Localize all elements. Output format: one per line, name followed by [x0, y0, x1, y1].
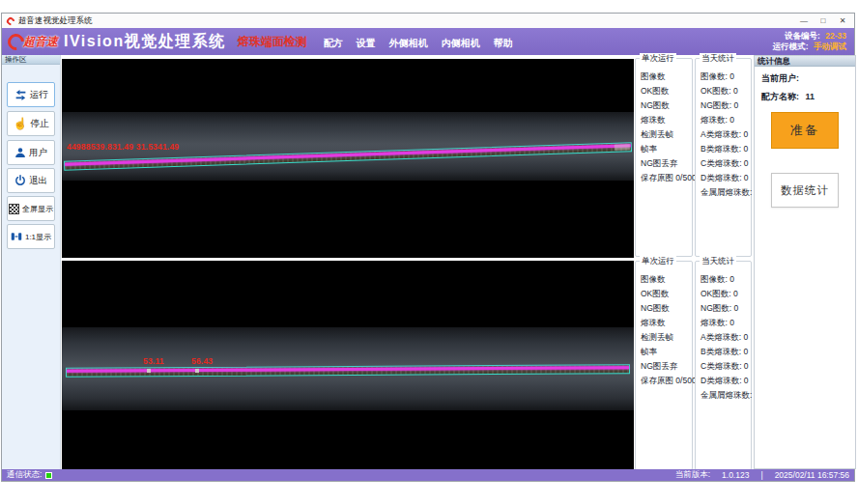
stat-row: OK图数: 0: [701, 84, 751, 98]
header-bar: 超音速 IVision视觉处理系统 熔珠端面检测 配方 设置 外侧相机 内侧相机…: [2, 28, 854, 55]
run-button-label: 运行: [30, 89, 48, 101]
groupbox-title: 当天统计: [700, 53, 736, 65]
stat-row: 熔珠数: [641, 113, 692, 127]
inspection-subtitle: 熔珠端面检测: [238, 34, 307, 50]
exit-button-label: 退出: [29, 175, 47, 187]
device-id-value: 22-33: [825, 31, 846, 41]
stat-row: NG图丢弃: [641, 359, 692, 374]
stat-row: 保存原图 0/500: [641, 374, 692, 388]
fullscreen-grid-icon: [9, 204, 19, 214]
stat-row: NG图数: [641, 98, 692, 113]
minimize-button[interactable]: —: [794, 14, 814, 28]
menu-item-settings[interactable]: 设置: [357, 37, 376, 50]
menubar: 配方 设置 外侧相机 内侧相机 帮助: [324, 37, 513, 55]
window-controls: — □ ✕: [794, 14, 852, 28]
stat-row: 帧率: [641, 142, 692, 156]
recipe-name-value: 11: [806, 92, 815, 101]
inner-camera-viewport: 53.11 56.43: [62, 261, 634, 470]
daily-stats-column: 当天统计 图像数: 0 OK图数: 0 NG图数: 0 熔珠数: 0 A类熔珠数…: [695, 55, 752, 469]
stat-row: D类熔珠数: 0: [701, 374, 751, 388]
statistics-info-panel: 统计信息 当前用户: 配方名称: 11 准备 数据统计: [754, 55, 856, 469]
stat-row: NG图数: [641, 301, 692, 316]
stat-row: NG图数: 0: [701, 301, 751, 316]
stat-row: 熔珠数: 0: [701, 113, 751, 127]
stat-row: 金属屑熔珠数: 0: [701, 185, 751, 200]
titlebar: 超音速视觉处理系统 — □ ✕: [2, 14, 854, 28]
one-to-one-button-label: 1:1显示: [25, 232, 51, 242]
window-title: 超音速视觉处理系统: [18, 15, 93, 27]
comm-status-label: 通信状态:: [7, 469, 42, 481]
camera-view-area: 44988539.831.49 31.5341.49 53.11 56.43: [62, 55, 634, 469]
menu-item-outer-camera[interactable]: 外侧相机: [389, 37, 428, 50]
day-stats-groupbox-bottom: 当天统计 图像数: 0 OK图数: 0 NG图数: 0 熔珠数: 0 A类熔珠数…: [695, 261, 752, 470]
stat-row: 检测丢帧: [641, 330, 692, 345]
ready-button[interactable]: 准备: [771, 112, 839, 149]
stat-row: OK图数: [641, 84, 692, 98]
fullscreen-button[interactable]: 全屏显示: [7, 196, 55, 221]
stat-row: 图像数: [641, 70, 692, 84]
version-value: 1.0.123: [722, 470, 749, 480]
stat-row: 帧率: [641, 345, 692, 359]
statusbar-right: 当前版本: 1.0.123 | 2025/02/11 16:57:56: [675, 469, 849, 481]
close-button[interactable]: ✕: [833, 14, 852, 28]
stat-row: 图像数: 0: [701, 272, 751, 287]
run-button[interactable]: 运行: [7, 82, 55, 107]
day-stats-groupbox-top: 当天统计 图像数: 0 OK图数: 0 NG图数: 0 熔珠数: 0 A类熔珠数…: [695, 58, 752, 257]
brand-text: 超音速: [23, 34, 58, 50]
laser-line: [67, 366, 629, 372]
maximize-button[interactable]: □: [814, 14, 833, 28]
operation-sidebar: 操作区 运行 ☝ 停止: [2, 55, 61, 469]
version-label: 当前版本:: [675, 469, 710, 481]
exit-button[interactable]: 退出: [7, 168, 55, 193]
stop-button[interactable]: ☝ 停止: [7, 111, 55, 136]
stop-button-label: 停止: [30, 118, 48, 130]
stat-row: 熔珠数: 0: [701, 316, 751, 330]
stop-hand-icon: ☝: [14, 118, 28, 129]
datetime-text: 2025/02/11 16:57:56: [775, 470, 849, 480]
run-mode-value: 手动调试: [814, 42, 846, 51]
run-stats-groupbox-top: 单次运行 图像数 OK图数 NG图数 熔珠数 检测丢帧 帧率 NG图丢弃 保存原…: [635, 58, 693, 257]
measurement-annotation: 44988539.831.49 31.5341.49: [67, 142, 179, 152]
stat-row: 熔珠数: [641, 316, 692, 330]
groupbox-title: 单次运行: [640, 256, 676, 267]
menu-item-help[interactable]: 帮助: [494, 37, 513, 50]
menu-item-recipe[interactable]: 配方: [324, 37, 343, 50]
stat-row: NG图数: 0: [701, 98, 751, 113]
product-title: IVision视觉处理系统: [64, 32, 226, 52]
groupbox-title: 单次运行: [640, 53, 676, 65]
power-icon: [14, 175, 26, 186]
menu-item-inner-camera[interactable]: 内侧相机: [442, 37, 480, 50]
user-button[interactable]: 用户: [7, 140, 55, 165]
device-info: 设备编号: 22-33 运行模式: 手动调试: [773, 31, 846, 52]
device-id-label: 设备编号:: [785, 31, 820, 41]
defect-marker: [147, 369, 151, 373]
brand-logo: 超音速: [8, 34, 58, 50]
info-panel-title: 统计信息: [755, 56, 855, 67]
stat-row: A类熔珠数: 0: [701, 330, 751, 345]
one-to-one-button[interactable]: 1:1显示: [7, 224, 55, 249]
stat-row: C类熔珠数: 0: [701, 359, 751, 374]
stat-row: 检测丢帧: [641, 127, 692, 142]
stat-row: 保存原图 0/500: [641, 171, 692, 185]
one-to-one-icon: [11, 231, 22, 242]
application-window: 超音速视觉处理系统 — □ ✕ 超音速 IVision视觉处理系统 熔珠端面检测…: [0, 0, 858, 504]
run-mode-label: 运行模式:: [773, 42, 809, 51]
stat-row: 图像数: 0: [701, 70, 751, 84]
outer-camera-viewport: 44988539.831.49 31.5341.49: [62, 59, 634, 258]
main-window: 超音速视觉处理系统 — □ ✕ 超音速 IVision视觉处理系统 熔珠端面检测…: [1, 13, 855, 482]
stat-row: A类熔珠数: 0: [701, 127, 751, 142]
stat-row: C类熔珠数: 0: [701, 156, 751, 171]
run-stats-groupbox-bottom: 单次运行 图像数 OK图数 NG图数 熔珠数 检测丢帧 帧率 NG图丢弃 保存原…: [635, 261, 693, 470]
groupbox-title: 当天统计: [700, 256, 736, 267]
stat-row: NG图丢弃: [641, 156, 692, 171]
comm-status-indicator: [45, 472, 52, 479]
recipe-name-label: 配方名称:: [761, 92, 799, 101]
statusbar-separator: |: [760, 470, 762, 480]
defect-label: 56.43: [191, 356, 213, 366]
user-button-label: 用户: [29, 147, 47, 159]
defect-marker: [195, 369, 199, 373]
data-statistics-button[interactable]: 数据统计: [771, 173, 839, 208]
stat-row: OK图数: 0: [701, 287, 751, 301]
sidebar-title: 操作区: [2, 55, 60, 65]
user-icon: [14, 147, 26, 158]
